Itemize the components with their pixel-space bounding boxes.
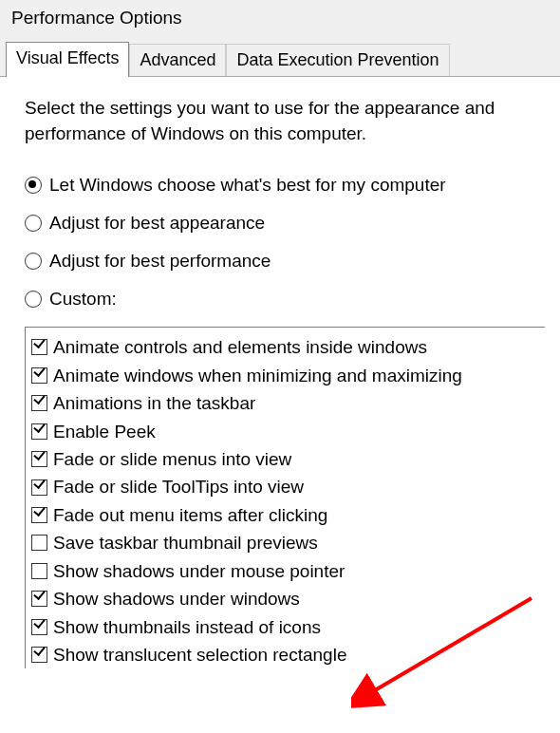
radio-let-windows-choose[interactable]: Let Windows choose what's best for my co… xyxy=(25,175,543,196)
radio-best-appearance[interactable]: Adjust for best appearance xyxy=(25,213,543,234)
tab-visual-effects[interactable]: Visual Effects xyxy=(6,42,129,77)
tab-bar: Visual Effects Advanced Data Execution P… xyxy=(0,42,560,76)
check-label: Show translucent selection rectangle xyxy=(53,641,346,668)
radio-icon xyxy=(25,253,42,270)
panel-description: Select the settings you want to use for … xyxy=(25,96,543,146)
check-label: Show thumbnails instead of icons xyxy=(53,613,321,641)
check-window-shadows[interactable]: Show shadows under windows xyxy=(31,585,545,612)
tab-label: Advanced xyxy=(140,50,215,69)
check-label: Save taskbar thumbnail previews xyxy=(53,529,318,556)
check-animate-windows[interactable]: Animate windows when minimizing and maxi… xyxy=(31,362,545,389)
checkbox-icon xyxy=(31,619,47,635)
radio-icon xyxy=(25,215,42,232)
check-translucent-selection[interactable]: Show translucent selection rectangle xyxy=(31,641,545,668)
check-label: Animate windows when minimizing and maxi… xyxy=(53,362,462,389)
checkbox-icon xyxy=(31,479,47,496)
checkbox-icon xyxy=(31,339,47,355)
check-enable-peek[interactable]: Enable Peek xyxy=(31,418,545,445)
check-fade-out-menu-items[interactable]: Fade out menu items after clicking xyxy=(31,501,545,529)
tab-panel-visual-effects: Select the settings you want to use for … xyxy=(0,76,560,668)
radio-icon xyxy=(25,291,42,308)
checkbox-icon xyxy=(31,507,47,523)
radio-label: Let Windows choose what's best for my co… xyxy=(49,175,446,196)
check-fade-tooltips[interactable]: Fade or slide ToolTips into view xyxy=(31,473,545,500)
radio-icon xyxy=(25,177,42,194)
check-label: Fade out menu items after clicking xyxy=(53,501,327,529)
tab-dep[interactable]: Data Execution Prevention xyxy=(226,44,449,76)
check-animate-controls[interactable]: Animate controls and elements inside win… xyxy=(31,333,545,361)
preset-radio-group: Let Windows choose what's best for my co… xyxy=(25,175,543,310)
checkbox-icon xyxy=(31,451,47,467)
check-label: Animations in the taskbar xyxy=(53,389,255,417)
checkbox-icon xyxy=(31,647,47,663)
check-label: Fade or slide ToolTips into view xyxy=(53,473,304,500)
tab-advanced[interactable]: Advanced xyxy=(129,44,226,76)
check-taskbar-animations[interactable]: Animations in the taskbar xyxy=(31,389,545,417)
check-label: Show shadows under windows xyxy=(53,585,300,612)
check-save-thumbnails[interactable]: Save taskbar thumbnail previews xyxy=(31,529,545,556)
radio-custom[interactable]: Custom: xyxy=(25,289,543,310)
radio-best-performance[interactable]: Adjust for best performance xyxy=(25,251,543,272)
tab-label: Visual Effects xyxy=(16,48,119,67)
checkbox-icon xyxy=(31,395,47,411)
radio-label: Adjust for best performance xyxy=(49,251,271,272)
check-label: Enable Peek xyxy=(53,418,156,445)
checkbox-icon xyxy=(31,367,47,384)
check-label: Show shadows under mouse pointer xyxy=(53,557,345,585)
check-label: Fade or slide menus into view xyxy=(53,445,291,473)
radio-label: Custom: xyxy=(49,289,117,310)
radio-label: Adjust for best appearance xyxy=(49,213,265,234)
checkbox-icon xyxy=(31,535,47,551)
tab-label: Data Execution Prevention xyxy=(236,50,439,69)
check-pointer-shadows[interactable]: Show shadows under mouse pointer xyxy=(31,557,545,585)
checkbox-icon xyxy=(31,563,47,579)
checkbox-icon xyxy=(31,423,47,440)
window-title: Performance Options xyxy=(11,8,182,28)
checkbox-icon xyxy=(31,591,47,607)
effects-checklist: Animate controls and elements inside win… xyxy=(25,327,545,668)
check-thumbnails[interactable]: Show thumbnails instead of icons xyxy=(31,613,545,641)
check-fade-menus[interactable]: Fade or slide menus into view xyxy=(31,445,545,473)
check-label: Animate controls and elements inside win… xyxy=(53,333,427,361)
